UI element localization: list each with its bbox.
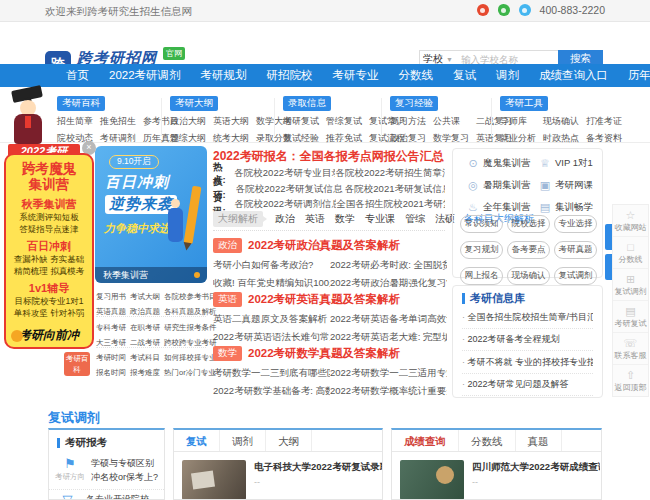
ad-section-line[interactable]: 单科攻坚 针对补弱: [6, 307, 92, 319]
info-library-link[interactable]: 全国各招生院校招生简章/书目汇总: [462, 306, 593, 329]
course-item[interactable]: VIP 1对1: [539, 157, 599, 170]
quick-link[interactable]: 各院校参考书目: [164, 292, 217, 302]
edge-tab[interactable]: [605, 254, 612, 280]
outline-subject-link[interactable]: 管综: [405, 212, 425, 226]
ad-section-line[interactable]: 系统测评知短板: [6, 211, 92, 223]
subject-title-link[interactable]: 2022考研政治真题及答案解析: [248, 238, 400, 253]
ad-section-line[interactable]: 答疑指导点迷津: [6, 223, 92, 235]
fushi-tiaoji-button[interactable]: ⊞复试调剂: [613, 269, 648, 301]
news-link[interactable]: 各院校2022考研调剂信息: [234, 198, 336, 211]
subject-title-link[interactable]: 2022考研英语真题及答案解析: [248, 292, 400, 307]
news-link[interactable]: 全国各招生院校2021考研复...: [336, 198, 445, 211]
apply-link[interactable]: 各专业开设院校: [86, 493, 158, 500]
course-item[interactable]: 集训畅学: [539, 201, 599, 214]
article-link[interactable]: 2022考研英语备考单词高效记...: [330, 313, 447, 326]
outline-subject-link[interactable]: 数学: [335, 212, 355, 226]
apply-item-filter[interactable]: ▽ 各专业开设院校 热门专业报考难度: [49, 490, 164, 500]
course-item[interactable]: 全年集训营: [467, 201, 539, 214]
contact-service-button[interactable]: ☏联系客服: [613, 333, 648, 365]
quick-link[interactable]: 热门or冷门专业: [164, 368, 217, 378]
article-link[interactable]: 2022考研英语老大难: 完型填...: [330, 331, 447, 344]
article-link[interactable]: 2022考研数学一二三适用专业!: [330, 367, 447, 380]
outline-subject-link[interactable]: 专业课: [365, 212, 395, 226]
ad-section-line[interactable]: 精简梳理 拟真模考: [6, 265, 92, 277]
mega-menu-link[interactable]: 招生简章: [57, 115, 93, 128]
kaoyan-fushi-button[interactable]: ▤考研复试: [613, 301, 648, 333]
mega-menu-link[interactable]: 备考资料: [586, 132, 622, 145]
score-article[interactable]: 四川师范大学2022考研成绩查询入... -- 详细: [392, 452, 601, 500]
nav-item[interactable]: 调剂: [486, 64, 529, 87]
mega-menu-link[interactable]: 考研调剂: [100, 132, 136, 145]
nav-item[interactable]: 研招院校: [257, 64, 323, 87]
tab-tiaoji[interactable]: 调剂: [220, 430, 266, 451]
mega-menu-link[interactable]: 复习方法: [390, 115, 426, 128]
promo-banner[interactable]: 9.10开启 百日冲刺 逆势来袭 力争稳中求进 秋季集训营: [95, 146, 207, 283]
mega-menu-link[interactable]: 数学复习: [433, 132, 469, 145]
mega-menu-link[interactable]: 英语大纲: [213, 115, 249, 128]
ad-section-line[interactable]: 目标院校专业1对1: [6, 295, 92, 307]
carousel-dot[interactable]: [194, 272, 200, 278]
article-link[interactable]: 2022考研英语语法长难句常见类型...: [213, 331, 330, 344]
main-headline-link[interactable]: 2022考研报名：全国各报考点网报公告汇总: [213, 148, 444, 165]
pill-link[interactable]: 备考要点: [507, 241, 550, 259]
info-library-link[interactable]: 考研名师带着走 视频免费666: [462, 396, 593, 398]
back-to-top-button[interactable]: ⇧返回顶部: [613, 365, 648, 396]
article-title[interactable]: 四川师范大学2022考研成绩查询入...: [472, 460, 600, 473]
pill-link[interactable]: 复试调剂: [554, 267, 597, 285]
quick-link[interactable]: 专科考研: [96, 323, 126, 333]
mega-menu-link[interactable]: 时政热点: [543, 132, 579, 145]
fushi-article[interactable]: 电子科技大学2022考研复试录取工... -- 详细: [174, 452, 382, 500]
nav-item[interactable]: 成绩查询入口: [529, 64, 618, 87]
nav-item[interactable]: 2022考研调剂: [99, 64, 191, 87]
article-link[interactable]: 2022考研数学概率统计重要运...: [330, 385, 447, 398]
weibo-icon[interactable]: [477, 4, 489, 16]
mega-menu-link[interactable]: 政治大纲: [170, 115, 206, 128]
article-link[interactable]: 2022考研必考时政: 全国脱贫...: [330, 259, 447, 272]
article-link[interactable]: 收藏! 百年党史精编知识100题 你...: [213, 277, 330, 290]
info-library-link[interactable]: 2022考研常见问题及解答: [462, 374, 593, 397]
mega-menu-link[interactable]: 统考大纲: [213, 132, 249, 145]
pill-link[interactable]: 复习规划: [460, 241, 503, 259]
favorite-site-button[interactable]: ☆收藏网站: [613, 205, 648, 237]
mega-menu-link[interactable]: 打准考证: [586, 115, 622, 128]
apply-link[interactable]: 学硕与专硕区别: [91, 457, 158, 471]
mega-menu-link[interactable]: 管综复试: [326, 115, 362, 128]
quick-link[interactable]: 考研时间: [96, 353, 126, 363]
tab-score-query[interactable]: 成绩查询: [392, 430, 459, 451]
course-item[interactable]: 考研网课: [539, 179, 599, 192]
nav-item[interactable]: 分数线: [389, 64, 444, 87]
ad-section-line[interactable]: 查漏补缺 夯实基础: [6, 253, 92, 265]
course-item[interactable]: 魔鬼集训营: [467, 157, 539, 170]
mega-menu-link[interactable]: 现场确认: [543, 115, 579, 128]
nav-item[interactable]: 首页: [56, 64, 99, 87]
news-link[interactable]: 各院校2021考研复试信息: [345, 183, 445, 196]
news-link[interactable]: 各院校2022考研招生简章汇总: [335, 167, 445, 180]
tab-fushi[interactable]: 复试: [174, 430, 220, 451]
mega-menu-link[interactable]: 导师库: [500, 115, 536, 128]
tab-score-line[interactable]: 分数线: [459, 430, 516, 451]
outline-subject-link[interactable]: 政治: [275, 212, 295, 226]
mega-menu-link[interactable]: 推荐免试: [326, 132, 362, 145]
pill-link[interactable]: 院校选择: [507, 215, 550, 233]
outline-subject-link[interactable]: 英语: [305, 212, 325, 226]
score-line-button[interactable]: □分数线: [613, 237, 648, 269]
quick-link[interactable]: 报考难度: [130, 368, 160, 378]
article-link[interactable]: 考研小白如何备考政治?: [213, 259, 330, 272]
pill-link[interactable]: 考研真题: [554, 241, 597, 259]
wechat-icon[interactable]: [498, 4, 510, 16]
pill-link[interactable]: 现场确认: [507, 267, 550, 285]
nav-item[interactable]: 历年真题: [618, 64, 650, 87]
info-library-link[interactable]: 2022考研备考全程规划: [462, 329, 593, 352]
article-link[interactable]: 考研数学一二三到底有哪些区别?: [213, 367, 330, 380]
article-link[interactable]: 2022考研政治暑期强化复习常...: [330, 277, 447, 290]
mega-menu-link[interactable]: 就业分析: [500, 132, 536, 145]
quick-link[interactable]: 报名时间: [96, 368, 126, 378]
nav-item[interactable]: 考研规划: [191, 64, 257, 87]
article-link[interactable]: 2022考研数学基础备考: 高数各章...: [213, 385, 330, 398]
pill-link[interactable]: 常识须知: [460, 215, 503, 233]
mega-menu-link[interactable]: 公共课: [433, 115, 469, 128]
mega-menu-link[interactable]: 管综大纲: [170, 132, 206, 145]
pill-link[interactable]: 专业选择: [554, 215, 597, 233]
news-link[interactable]: 各院校2022考研专业目录汇总: [234, 167, 335, 180]
qq-icon[interactable]: [519, 4, 531, 16]
